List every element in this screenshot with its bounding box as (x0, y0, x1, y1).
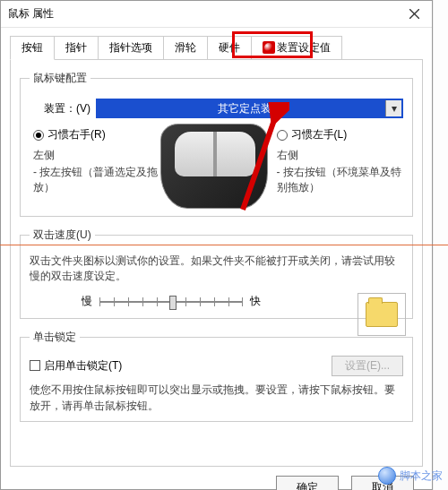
tab-wheel[interactable]: 滑轮 (163, 36, 208, 60)
checkbox-enable-click-lock[interactable]: 启用单击锁定(T) (30, 358, 122, 374)
close-icon (409, 9, 419, 19)
tab-pane: 鼠标键配置 装置：(V) 其它定点装置 ▾ 习惯右手(R) 左侧 - 按左按钮（… (10, 59, 423, 467)
folder-icon (366, 302, 398, 327)
mouse-image (160, 124, 268, 209)
checkbox-box-icon (30, 360, 40, 371)
radio-dot-icon (33, 130, 44, 141)
label-left-side: 左侧 (33, 148, 160, 163)
legend-button-config: 鼠标键配置 (30, 71, 90, 86)
tab-pointer-options[interactable]: 指针选项 (98, 36, 164, 60)
slider-thumb[interactable] (169, 296, 177, 310)
close-button[interactable] (396, 1, 432, 28)
legend-click-lock: 单击锁定 (30, 330, 80, 345)
text-right-side-desc: - 按右按钮（环境菜单及特别拖放） (277, 165, 404, 195)
group-double-click: 双击速度(U) 双击文件夹图标以测试你的设置。如果文件夹不能被打开或关闭，请尝试… (20, 228, 413, 319)
radio-right-handed[interactable]: 习惯右手(R) (33, 127, 160, 142)
device-select-value: 其它定点装置 (218, 101, 282, 116)
watermark: 脚本之家 (378, 467, 443, 485)
label-right-side: 右侧 (277, 148, 404, 163)
device-select[interactable]: 其它定点装置 ▾ (96, 99, 403, 118)
globe-icon (378, 467, 396, 485)
slider-label-slow: 慢 (82, 294, 92, 309)
window-title: 鼠标 属性 (8, 6, 396, 21)
slider-label-fast: 快 (250, 294, 261, 309)
device-label: 装置：(V) (44, 101, 90, 116)
synaptics-icon (263, 41, 275, 54)
tab-strip: 按钮 指针 指针选项 滑轮 硬件 装置设定值 (1, 28, 432, 59)
titlebar: 鼠标 属性 (1, 1, 432, 28)
double-click-speed-slider[interactable] (99, 293, 243, 311)
click-lock-description: 使您不用按住鼠标按钮即可以突出显示或拖拽。要设置，请按下鼠标按钮。要放开，请再单… (30, 382, 403, 414)
ok-button[interactable]: 确定 (276, 476, 339, 490)
legend-double-click: 双击速度(U) (30, 228, 95, 243)
background-window-edge (433, 0, 448, 490)
tab-hardware[interactable]: 硬件 (207, 36, 252, 60)
double-click-description: 双击文件夹图标以测试你的设置。如果文件夹不能被打开或关闭，请尝试用较慢的双击速度… (30, 254, 403, 284)
dropdown-arrow-icon: ▾ (385, 100, 401, 116)
tab-device-settings[interactable]: 装置设定值 (251, 36, 342, 60)
radio-empty-icon (277, 130, 288, 141)
click-lock-settings-button: 设置(E)... (332, 356, 403, 376)
watermark-text: 脚本之家 (400, 469, 443, 484)
group-click-lock: 单击锁定 启用单击锁定(T) 设置(E)... 使您不用按住鼠标按钮即可以突出显… (20, 330, 413, 422)
tab-pointer[interactable]: 指针 (54, 36, 99, 60)
tab-buttons[interactable]: 按钮 (10, 36, 55, 60)
radio-left-handed[interactable]: 习惯左手(L) (277, 127, 404, 142)
text-left-side-desc: - 按左按钮（普通选定及拖放） (33, 165, 160, 195)
group-button-config: 鼠标键配置 装置：(V) 其它定点装置 ▾ 习惯右手(R) 左侧 - 按左按钮（… (20, 71, 413, 217)
